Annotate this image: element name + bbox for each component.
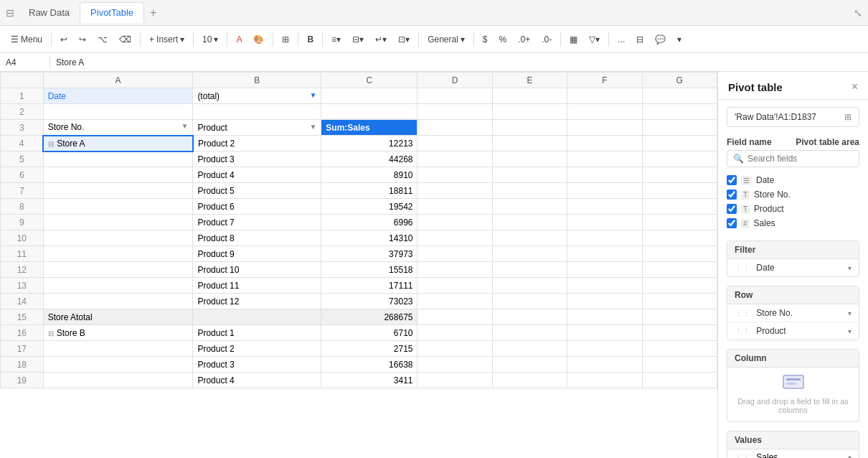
- cell-a3[interactable]: Store No. ▼: [43, 120, 193, 136]
- expand-button[interactable]: ▾: [672, 32, 687, 47]
- tab-pivot-table[interactable]: PivotTable: [80, 2, 144, 23]
- filter-icon-b1[interactable]: ▼: [309, 91, 316, 99]
- cell-g1: [642, 88, 717, 104]
- cell-reference[interactable]: A4: [0, 56, 50, 69]
- cell-b2[interactable]: [193, 104, 321, 120]
- pivot-panel: Pivot table × 'Raw Data'!A1:D1837 ⊞ Fiel…: [717, 72, 868, 458]
- table-row: 13 Product 11 17111: [1, 278, 717, 294]
- align-v-button[interactable]: ⊟▾: [347, 32, 369, 47]
- fill-color-button[interactable]: 🎨: [248, 32, 269, 47]
- cell-a5[interactable]: [43, 151, 193, 167]
- field-checkbox-store-no[interactable]: [727, 190, 737, 200]
- table-row: 18 Product 3 16638: [1, 357, 717, 373]
- cell-c5[interactable]: 44268: [321, 151, 418, 167]
- sheets-view-button[interactable]: ⊟: [631, 32, 648, 47]
- cell-a4[interactable]: ⊟Store A: [43, 136, 193, 151]
- percent-button[interactable]: %: [494, 32, 512, 47]
- tabs-bar: ⊟ Raw Data PivotTable + ⤡: [0, 0, 868, 26]
- currency-button[interactable]: $: [478, 32, 493, 47]
- formula-bar[interactable]: Store A: [50, 56, 868, 69]
- table-row: 8 Product 6 19542: [1, 199, 717, 215]
- row-store-no-chevron[interactable]: ▾: [848, 309, 852, 317]
- decimal-dec-button[interactable]: .0-: [537, 32, 557, 47]
- table-row: 16 ⊟Store B Product 1 6710: [1, 325, 717, 341]
- field-checkbox-date[interactable]: [727, 175, 737, 185]
- cell-c3[interactable]: Sum:Sales: [321, 120, 418, 136]
- col-header-d: D: [418, 73, 492, 88]
- format-chevron-icon: ▾: [461, 34, 465, 45]
- cell-b5[interactable]: Product 3: [193, 151, 321, 167]
- drag-handle-product[interactable]: ⋮⋮: [735, 327, 750, 335]
- search-icon: 🔍: [733, 154, 744, 164]
- font-color-button[interactable]: A: [231, 32, 247, 47]
- col-header-f: F: [567, 73, 642, 88]
- cell-g2: [642, 104, 717, 120]
- toolbar-sep-3: [193, 32, 194, 47]
- cell-f1: [567, 88, 642, 104]
- row-num-3: 3: [1, 120, 44, 136]
- search-fields-input[interactable]: [747, 154, 853, 164]
- toolbar-sep-2: [140, 32, 141, 47]
- row-section: Row ⋮⋮ Store No. ▾ ⋮⋮ Product ▾: [727, 286, 859, 340]
- svg-rect-0: [783, 375, 803, 388]
- pivot-close-button[interactable]: ×: [852, 80, 858, 93]
- align-h-button[interactable]: ≡▾: [326, 32, 346, 47]
- conditional-format-button[interactable]: ▦: [565, 32, 582, 47]
- cell-c2[interactable]: [321, 104, 418, 120]
- minimize-icon[interactable]: ⤡: [854, 7, 862, 19]
- cell-a1[interactable]: Date: [43, 88, 193, 104]
- pivot-title: Pivot table: [728, 81, 783, 93]
- pivot-source[interactable]: 'Raw Data'!A1:D1837 ⊞: [727, 107, 859, 127]
- field-checkbox-sales[interactable]: [727, 218, 737, 228]
- table-row: 10 Product 8 14310: [1, 230, 717, 246]
- spreadsheet[interactable]: A B C D E F G 1 Date (total) ▼: [0, 72, 717, 458]
- row-product-chevron[interactable]: ▾: [848, 327, 852, 335]
- cell-a2[interactable]: [43, 104, 193, 120]
- decimal-inc-button[interactable]: .0+: [513, 32, 535, 47]
- row-num-4: 4: [1, 136, 44, 151]
- format-num-button[interactable]: General▾: [423, 32, 470, 47]
- filter-icon-b3[interactable]: ▼: [309, 123, 316, 131]
- insert-button[interactable]: + Insert ▾: [144, 32, 189, 47]
- filter-section-title: Filter: [727, 241, 859, 259]
- cell-f3: [567, 120, 642, 136]
- row-product-label: Product: [756, 326, 786, 336]
- drag-handle-date[interactable]: ⋮⋮: [735, 263, 750, 272]
- add-tab-button[interactable]: +: [144, 4, 162, 22]
- filter-button[interactable]: ▽▾: [584, 32, 605, 47]
- pivot-source-grid-icon[interactable]: ⊞: [844, 112, 852, 122]
- comment-button[interactable]: 💬: [650, 32, 671, 47]
- redo-button[interactable]: ↪: [74, 32, 91, 47]
- tab-raw-data[interactable]: Raw Data: [19, 3, 80, 22]
- cell-b3[interactable]: Product ▼: [193, 120, 321, 136]
- col-header-b: B: [193, 73, 321, 88]
- undo-button[interactable]: ↩: [55, 32, 72, 47]
- column-drop-zone[interactable]: Drag and drop a field to fill in as colu…: [727, 368, 859, 421]
- cell-b1[interactable]: (total) ▼: [193, 88, 321, 104]
- cell-b4[interactable]: Product 2: [193, 136, 321, 151]
- more-button[interactable]: ...: [613, 32, 630, 47]
- cell-g3: [642, 120, 717, 136]
- field-list: ☰ Date T Store No. T Product # Sales: [718, 173, 868, 236]
- toolbar: ☰ Menu ↩ ↪ ⌥ ⌫ + Insert ▾ 10 ▾ A 🎨 ⊞ B ≡…: [0, 26, 868, 53]
- format-button[interactable]: ⌥: [93, 32, 113, 47]
- filter-icon-a3[interactable]: ▼: [181, 122, 188, 130]
- font-size-selector[interactable]: 10 ▾: [197, 32, 223, 47]
- row-store-no-label: Store No.: [756, 308, 793, 318]
- cell-c4[interactable]: 12213: [321, 136, 418, 151]
- filter-date-chevron[interactable]: ▾: [848, 264, 852, 272]
- merge-button[interactable]: ⊡▾: [393, 32, 415, 47]
- drag-handle-sales[interactable]: ⋮⋮: [735, 453, 750, 458]
- menu-button[interactable]: ☰ Menu: [6, 32, 47, 47]
- table-row: 12 Product 10 15518: [1, 262, 717, 278]
- drag-handle-store-no[interactable]: ⋮⋮: [735, 309, 750, 317]
- toolbar-sep-8: [418, 32, 419, 47]
- erase-button[interactable]: ⌫: [114, 32, 136, 47]
- wrap-button[interactable]: ↵▾: [370, 32, 392, 47]
- search-fields-container: 🔍: [727, 150, 859, 167]
- cell-c1[interactable]: [321, 88, 418, 104]
- values-sales-chevron[interactable]: ▾: [848, 454, 852, 459]
- field-checkbox-product[interactable]: [727, 204, 737, 214]
- borders-button[interactable]: ⊞: [277, 32, 294, 47]
- bold-button[interactable]: B: [302, 32, 319, 47]
